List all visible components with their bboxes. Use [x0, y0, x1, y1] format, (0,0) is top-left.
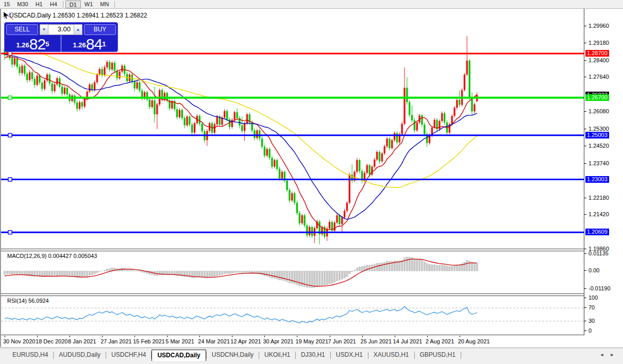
date-label: 19 May 2021 — [295, 338, 328, 344]
date-tick — [37, 336, 38, 337]
price-axis-panel[interactable]: 1.299601.291801.284001.276401.260801.253… — [584, 9, 623, 335]
date-tick — [70, 336, 70, 337]
period-button-d1[interactable]: D1 — [65, 1, 81, 8]
axis-tick — [584, 198, 586, 198]
chart-tab-ukoil[interactable]: UKOil,H1 — [259, 350, 295, 361]
axis-tick — [584, 321, 586, 321]
sell-button[interactable]: SELL — [6, 24, 38, 35]
period-button-mn[interactable]: MN — [96, 1, 112, 8]
bid-price[interactable]: 1.26 82 5 — [5, 36, 61, 52]
date-tick — [102, 336, 103, 337]
rsi-tick-label: 0 — [588, 327, 592, 334]
date-label: 30 Apr 2021 — [263, 338, 293, 344]
date-label: 2 Aug 2021 — [426, 338, 454, 344]
mt4-window: 15M30H1H4D1W1MN 1.299601.291801.284001.2… — [0, 0, 623, 364]
date-tick — [134, 336, 135, 337]
axis-tick — [584, 146, 586, 146]
volume-up-icon[interactable]: ▲ — [74, 24, 82, 35]
chart-tab-usdcad[interactable]: USDCAD,Daily — [151, 350, 206, 361]
axis-tick — [584, 26, 586, 26]
axis-tick — [584, 214, 586, 215]
period-button-h4[interactable]: H4 — [46, 1, 61, 8]
price-tick-label: 1.23740 — [588, 160, 609, 166]
date-label: 12 Apr 2021 — [230, 338, 261, 344]
date-label: 7 Jun 2021 — [328, 338, 356, 344]
date-tick — [460, 336, 460, 337]
axis-tick — [584, 288, 586, 289]
hline-handle[interactable] — [8, 96, 12, 99]
tab-scroll-left-icon[interactable]: ◄ — [598, 351, 606, 358]
bid-price-main: 82 — [29, 38, 45, 51]
period-button-w1[interactable]: W1 — [81, 1, 97, 8]
axis-tick — [584, 129, 586, 129]
ask-price-main: 84 — [86, 38, 102, 51]
toolbar-separator — [63, 1, 63, 8]
macd-tick-label: 0.00 — [588, 267, 599, 273]
ask-price[interactable]: 1.26 84 1 — [61, 36, 117, 52]
rsi-tick-label: 70 — [588, 304, 595, 310]
toolbar-separator — [114, 1, 115, 8]
period-toolbar: 15M30H1H4D1W1MN — [0, 0, 623, 9]
date-label: 20 Aug 2021 — [458, 338, 490, 344]
date-tick — [199, 336, 200, 337]
date-label: 8 Jan 2021 — [68, 338, 96, 344]
rsi-pane[interactable] — [1, 296, 584, 335]
period-button-15[interactable]: 15 — [0, 1, 13, 8]
buy-button[interactable]: BUY — [84, 24, 116, 35]
hline-handle[interactable] — [8, 231, 12, 234]
hline-price-tag: 1.25003 — [585, 132, 609, 138]
hline-price-tag: 1.26700 — [585, 94, 609, 101]
rsi-tick-label: 100 — [588, 294, 598, 301]
hline-price-tag: 1.28700 — [585, 50, 609, 57]
price-tick-label: 1.27640 — [588, 74, 609, 80]
chart-tab-usdchf[interactable]: USDCHF,H4 — [106, 350, 151, 361]
chart-tab-eurusd[interactable]: EURUSD,H4 — [7, 350, 53, 361]
price-tick-label: 1.24520 — [588, 143, 609, 149]
axis-tick — [584, 43, 586, 43]
chart-tab-usdx[interactable]: USDX,H1 — [331, 350, 368, 361]
date-label: 14 Jul 2021 — [393, 338, 423, 344]
axis-tick — [584, 270, 586, 271]
tab-separator — [461, 352, 461, 359]
period-button-m30[interactable]: M30 — [13, 1, 31, 8]
ask-price-prefix: 1.26 — [73, 40, 86, 51]
date-label: 30 Nov 2020 — [3, 338, 35, 344]
price-tick-label: 1.25300 — [588, 126, 609, 132]
date-tick — [395, 336, 395, 337]
volume-input[interactable]: 3.00 — [48, 24, 74, 35]
rsi-label: RSI(14) 56.0924 — [7, 298, 49, 304]
date-tick — [330, 336, 330, 337]
one-click-trading-panel: SELL ▼ 3.00 ▲ BUY 1.26 82 5 1.26 84 1 — [4, 22, 118, 52]
axis-tick — [584, 249, 586, 249]
chart-tab-gbpusd[interactable]: GBPUSD,H1 — [415, 350, 461, 361]
axis-tick — [584, 163, 586, 164]
date-tick — [264, 336, 265, 337]
axis-tick — [584, 111, 586, 112]
date-label: 18 Dec 2020 — [36, 338, 68, 344]
hline-handle[interactable] — [8, 178, 12, 181]
date-label: 27 Jan 2021 — [100, 338, 132, 344]
chart-tab-bar: EURUSD,H4AUDUSD,DailyUSDCHF,H4USDCAD,Dai… — [0, 348, 623, 364]
price-tick-label: 1.21420 — [588, 211, 609, 217]
macd-label: MACD(12,26,9) 0.004427 0.005043 — [7, 253, 97, 259]
chart-tab-xauusd[interactable]: XAUUSD,H1 — [368, 350, 414, 361]
hline-handle[interactable] — [8, 133, 12, 137]
chart-ohlc-values: 1.26530 1.26941 1.26523 1.26822 — [53, 12, 147, 19]
date-axis[interactable]: 30 Nov 202018 Dec 20208 Jan 202127 Jan 2… — [1, 336, 584, 346]
volume-down-icon[interactable]: ▼ — [40, 24, 48, 35]
tab-scroll-right-icon[interactable]: ► — [608, 351, 616, 358]
axis-tick — [584, 298, 586, 298]
hline-handle[interactable] — [8, 51, 12, 55]
date-tick — [362, 336, 363, 337]
ask-price-pip: 1 — [102, 36, 106, 53]
cursor-arrow-icon — [2, 11, 18, 22]
axis-tick — [584, 331, 586, 331]
chart-tab-usdcnh[interactable]: USDCNH,Daily — [207, 350, 259, 361]
date-tick — [167, 336, 167, 337]
hline-price-tag: 1.20609 — [585, 229, 609, 235]
chart-tab-audusd[interactable]: AUDUSD,Daily — [54, 350, 106, 361]
axis-tick — [584, 307, 586, 308]
axis-tick — [584, 253, 586, 254]
period-button-h1[interactable]: H1 — [32, 1, 46, 8]
chart-tab-dj30[interactable]: DJ30,H1 — [296, 350, 330, 361]
